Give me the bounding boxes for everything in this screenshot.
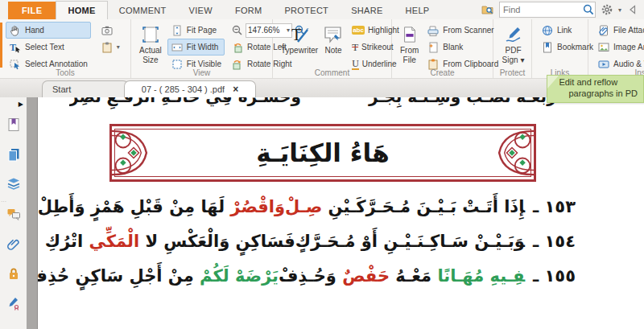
pages-panel-icon[interactable] (6, 146, 22, 162)
actual-size-icon (141, 23, 160, 46)
verse-segment: وَحُـذِفْ (279, 266, 342, 286)
note-label: Note (325, 46, 342, 56)
strikeout-icon: T (352, 42, 358, 52)
link-globe-icon (541, 24, 554, 37)
pdf-sign-button[interactable]: PDF Sign ▾ (499, 22, 527, 66)
close-tab-icon[interactable]: × (233, 84, 238, 95)
verse-segment: وَاقْصُرْ (230, 197, 285, 216)
fit-page-button[interactable]: Fit Page (167, 22, 225, 39)
gear-dropdown-icon[interactable]: ▾ (618, 6, 621, 14)
strikeout-label: Strikeout (361, 43, 393, 51)
file-menu-button[interactable]: FILE (8, 2, 56, 19)
layers-panel-icon[interactable] (6, 176, 22, 192)
search-folder-icon[interactable] (481, 3, 494, 16)
verse-first-hemistich: ـأَرْبَعَـةٌ نُصَـبٌ وَسِـتَّـةٌ بِجَـرّ (369, 97, 576, 106)
zoom-out-icon[interactable] (231, 24, 244, 37)
from-file-label2: File (403, 56, 416, 65)
verse-segment: فِـيهِ مُهَـانًا (437, 266, 525, 286)
verses: ١٥٣ ـإِذَا أَتَـتْ بَـيْـنَ مُـحَـرَّكَـ… (69, 195, 576, 289)
ribbon-group-create: From File From Scanner Blank From Clipbo… (392, 19, 493, 78)
menu-bar: FILE HOME COMMENT VIEW FORM PROTECT SHAR… (0, 0, 644, 19)
tooltip-line2: paragraphs in PD (559, 88, 638, 100)
blank-label: Blank (443, 43, 463, 51)
camera-icon (101, 24, 114, 37)
panel-divider[interactable] (27, 97, 38, 329)
note-button[interactable]: Note (320, 22, 346, 57)
partial-verse-clip: ـأَرْبَعَـةٌ نُصَـبٌ وَسِـتَّـةٌ بِجَـرّ… (69, 97, 576, 118)
view-group-label: View (131, 68, 272, 77)
pdf-page: ـأَرْبَعَـةٌ نُصَـبٌ وَسِـتَّـةٌ بِجَـرّ… (38, 97, 644, 329)
ribbon-group-protect: PDF Sign ▾ Protect (493, 19, 532, 78)
blank-page-icon (427, 41, 440, 54)
note-icon (323, 23, 344, 46)
tooltip-line1: Edit and reflow (559, 77, 638, 88)
blank-button[interactable]: Blank (423, 39, 502, 56)
verse-segment: يَرْضَهْ لَكُمْ (200, 266, 279, 286)
verse-segment: وَبَـيْـنْ سَـاكِـنَـيْـنِ أَوْ مُـحَـرَ… (295, 232, 525, 251)
signature-panel-icon[interactable] (6, 295, 22, 311)
clipboard-dropdown-icon[interactable]: ▾ (117, 43, 120, 51)
ribbon-group-view: Actual Size Fit Page Fit Width Fit Visib… (131, 19, 273, 78)
typewriter-label: Typewriter (281, 46, 318, 56)
image-annotation-label: Image Annotation (613, 43, 644, 51)
typewriter-icon: T (289, 23, 310, 46)
tab-protect[interactable]: PROTECT (273, 2, 340, 19)
comments-panel-icon[interactable] (6, 206, 22, 222)
search-icon[interactable] (582, 3, 595, 16)
collapse-ribbon-icon[interactable] (626, 3, 639, 16)
verse-second-hemistich: يَرْضَهْ لَكُمْ مِنْ أَجْلِ سَاكِنٍ حُذِ… (38, 264, 279, 289)
typewriter-button[interactable]: T Typewriter (279, 22, 320, 57)
find-input[interactable] (500, 5, 582, 14)
bookmark-flag-icon (541, 41, 554, 54)
tab-home[interactable]: HOME (56, 1, 107, 19)
from-file-button[interactable]: From File (398, 22, 421, 66)
verse-first-hemistich: ١٥٥ ـفِـيهِ مُهَـانًا مَعْـهُ حَفْصٌ وَح… (279, 264, 576, 289)
ribbon-group-comment: T Typewriter Note abc Highlight T Strike… (273, 19, 392, 78)
fit-width-button[interactable]: Fit Width (167, 39, 225, 56)
verse-second-hemistich: فَسَاكِنٍ وَالْعَكْسِ لا الْمَكِّي اتْرُ… (45, 229, 295, 254)
verse-number: ١٥٥ ـ (533, 266, 576, 286)
navigation-sidebar: ▶ ··· (0, 97, 27, 329)
panel-resize-dots[interactable]: ··· (1, 200, 3, 203)
file-attachment-button[interactable]: File Attachment (594, 22, 644, 39)
tab-comment[interactable]: COMMENT (108, 2, 178, 19)
select-text-button[interactable]: T Select Text (6, 39, 91, 56)
scanner-icon (427, 24, 440, 37)
verse-segment: اتْرُكِ (45, 232, 89, 251)
expand-panel-icon[interactable]: ▶ (19, 101, 23, 112)
verse-segment: أَرْبَعَـةٌ نُصَـبٌ وَسِـتَّـةٌ بِجَـرّ (369, 97, 562, 106)
svg-text:T: T (10, 41, 16, 52)
hand-tool-button[interactable]: Hand (6, 22, 91, 39)
gear-icon[interactable] (601, 3, 613, 16)
doc-tab-document[interactable]: 07 - ( 285 - 304 ) .pdf × (124, 80, 256, 97)
select-annotation-label: Select Annotation (25, 60, 88, 68)
attachments-panel-icon[interactable] (6, 236, 22, 252)
doc-tab-start[interactable]: Start (42, 80, 129, 97)
from-scanner-button[interactable]: From Scanner (423, 22, 502, 39)
protect-group-label: Protect (493, 68, 531, 77)
pdf-sign-label2: Sign ▾ (502, 56, 525, 65)
tab-view[interactable]: VIEW (178, 2, 224, 19)
actual-size-button[interactable]: Actual Size (137, 22, 164, 66)
tab-share[interactable]: SHARE (340, 2, 394, 19)
image-annotation-button[interactable]: Image Annotation (594, 39, 644, 56)
fit-page-icon (171, 24, 184, 37)
verse-second-hemistich: وَخَسَـرَهْ فِي حَالَـةِ الرَّفْـعِ تَصِ… (69, 97, 301, 106)
file-attachment-label: File Attachment (613, 26, 644, 35)
actual-size-label: Actual (139, 46, 162, 56)
verse-number: ١٥٣ ـ (533, 197, 576, 216)
verse-segment: إِذَا أَتَـتْ بَـيْـنَ مُـحَـرَّكَـيْنِ (322, 197, 525, 216)
clipboard-icon (101, 41, 114, 54)
verse-number: ١٥٤ ـ (533, 232, 576, 251)
create-group-label: Create (392, 68, 493, 77)
security-panel-icon[interactable] (6, 265, 22, 282)
bookmarks-panel-icon[interactable] (6, 117, 22, 133)
verse-segment: لَهَا مِنْ قَبْلِ هَمْزٍ وَأَطِلْ (38, 197, 230, 216)
select-text-label: Select Text (25, 43, 64, 51)
clipboard-button[interactable]: ▾ (97, 39, 123, 56)
from-scanner-label: From Scanner (443, 26, 493, 35)
snapshot-button[interactable] (97, 22, 123, 39)
tab-form[interactable]: FORM (224, 2, 274, 19)
highlight-abc-icon: abc (352, 26, 365, 35)
tab-help[interactable]: HELP (394, 2, 441, 19)
